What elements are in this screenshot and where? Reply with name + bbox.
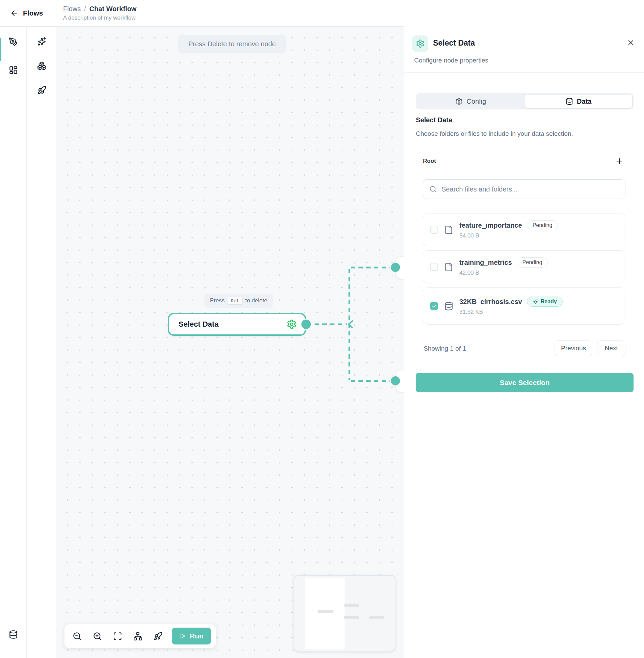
workflow-description: A description of my workflow [63, 15, 136, 21]
minimap-node [369, 616, 385, 619]
tab-config-label: Config [466, 97, 486, 105]
auto-layout-button[interactable] [130, 628, 145, 644]
play-icon [179, 633, 186, 639]
root-folder-label: Root [423, 158, 436, 164]
breadcrumb-parent[interactable]: Flows [63, 5, 80, 13]
file-checkbox-checked[interactable] [430, 302, 438, 310]
panel-title: Select Data [433, 39, 475, 48]
sidebar-item-pen-tool[interactable] [6, 34, 21, 49]
search-input[interactable] [441, 180, 625, 199]
root-folder-row: Root [423, 155, 625, 168]
panel-divider [404, 72, 644, 73]
minimap[interactable] [294, 575, 395, 651]
file-info: training_metrics Pending 42.00 B [459, 257, 548, 276]
breadcrumb-current: Chat Workflow [89, 5, 137, 13]
file-size: 54.00 B [459, 233, 558, 239]
fit-view-icon [113, 632, 122, 641]
list-divider [416, 336, 634, 336]
pen-tool-icon [9, 37, 18, 46]
primary-sidebar [0, 27, 27, 658]
check-icon [431, 303, 437, 309]
edge-endpoint-handle[interactable] [391, 263, 400, 272]
delete-node-tooltip: Press Delete to remove node [178, 35, 286, 53]
zoom-out-icon [73, 632, 82, 641]
close-panel-button[interactable] [625, 37, 637, 49]
node-output-handle[interactable] [301, 320, 311, 329]
flow-canvas[interactable]: Press Delete to remove node Press Del to… [56, 27, 404, 658]
sidebar-item-data[interactable] [6, 627, 21, 642]
file-row-training-metrics[interactable]: training_metrics Pending 42.00 B [423, 250, 625, 283]
add-folder-button[interactable] [613, 155, 625, 167]
file-row-cirrhosis-csv[interactable]: 32KB_cirrhosis.csv Ready 31.52 KB [423, 287, 625, 325]
sidebar-item-dashboard[interactable] [6, 63, 21, 78]
file-icon [444, 225, 453, 235]
file-row-feature-importance[interactable]: feature_importance Pending 54.00 B [423, 213, 625, 246]
status-badge: Pending [527, 220, 558, 231]
arrow-left-icon [10, 9, 18, 17]
file-size: 42.00 B [459, 269, 548, 276]
palette-deploy[interactable] [34, 83, 49, 97]
sparkles-icon [533, 299, 538, 305]
rocket-icon [154, 632, 163, 641]
fit-view-button[interactable] [110, 628, 125, 644]
next-page-button[interactable]: Next [597, 341, 625, 356]
file-name: 32KB_cirrhosis.csv [459, 298, 522, 306]
palette-blocks[interactable] [34, 59, 49, 73]
properties-panel: Select Data Configure node properties Co… [404, 0, 644, 658]
minimap-node [344, 616, 359, 619]
status-label: Ready [541, 299, 557, 305]
node-settings-icon[interactable] [286, 319, 297, 329]
node-type-icon-box [412, 36, 428, 52]
palette-add-node[interactable] [34, 34, 49, 49]
close-icon [627, 39, 635, 47]
search-icon [429, 185, 437, 193]
zoom-in-icon [93, 632, 102, 641]
hint-prefix: Press [210, 297, 225, 304]
run-button[interactable]: Run [172, 628, 211, 644]
breadcrumb-separator: / [84, 5, 86, 13]
active-tool-indicator [0, 38, 1, 61]
tab-config[interactable]: Config [417, 94, 525, 108]
sidebar-bottom-divider [3, 608, 23, 608]
zoom-in-button[interactable] [89, 628, 105, 644]
delete-key-hint: Press Del to delete [204, 293, 273, 308]
del-key-badge: Del [227, 297, 242, 305]
zoom-out-button[interactable] [69, 628, 85, 644]
previous-page-button[interactable]: Previous [555, 341, 592, 356]
gear-icon [455, 97, 463, 105]
file-info: feature_importance Pending 54.00 B [459, 220, 558, 239]
canvas-toolbar: Run [64, 624, 216, 648]
minimap-node [344, 604, 359, 607]
tab-data-label: Data [577, 97, 591, 105]
top-header: Flows Flows / Chat Workflow A descriptio… [0, 0, 404, 27]
file-name: feature_importance [459, 222, 522, 229]
minimap-viewport[interactable] [305, 577, 345, 649]
database-icon [9, 630, 18, 639]
file-search [423, 179, 625, 199]
back-button[interactable]: Flows [0, 9, 56, 17]
pagination-summary: Showing 1 of 1 [423, 345, 466, 352]
list-divider [416, 207, 634, 207]
edge-endpoint-handle[interactable] [391, 376, 400, 386]
file-checkbox[interactable] [430, 263, 438, 271]
plus-icon [615, 157, 624, 166]
panel-tabs: Config Data [416, 93, 634, 109]
file-checkbox[interactable] [430, 226, 438, 234]
panel-subtitle: Configure node properties [414, 57, 488, 64]
node-palette [27, 27, 56, 658]
hint-suffix: to delete [245, 297, 267, 304]
tab-data[interactable]: Data [525, 94, 632, 108]
section-description: Choose folders or files to include in yo… [416, 130, 573, 137]
sparkles-plus-icon [37, 37, 47, 46]
rocket-icon [37, 85, 47, 95]
database-icon [444, 302, 453, 311]
file-size: 31.52 KB [459, 309, 563, 315]
status-badge: Pending [517, 257, 548, 267]
node-select-data[interactable]: Select Data [168, 313, 306, 336]
deploy-button[interactable] [150, 628, 166, 644]
minimap-node [318, 610, 334, 613]
file-name: training_metrics [459, 259, 512, 266]
layout-tree-icon [133, 632, 142, 641]
file-icon [444, 262, 453, 271]
save-selection-button[interactable]: Save Selection [416, 373, 634, 392]
